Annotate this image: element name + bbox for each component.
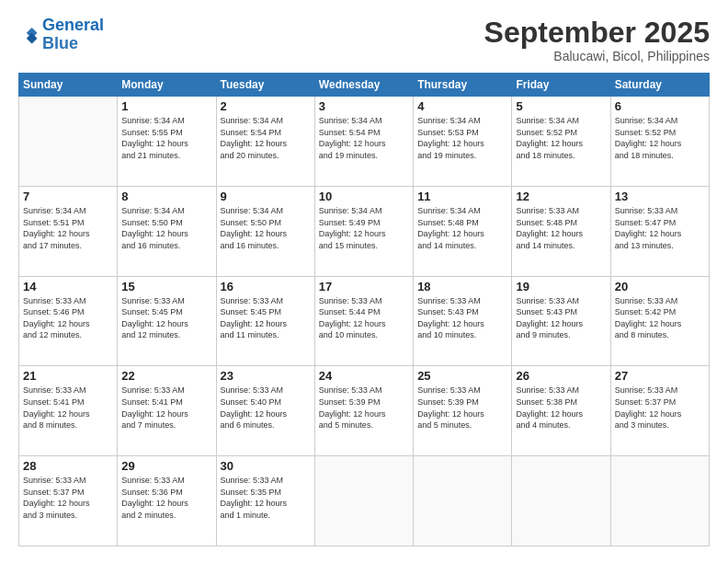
calendar-cell: 6Sunrise: 5:34 AM Sunset: 5:52 PM Daylig… — [610, 97, 709, 187]
day-info: Sunrise: 5:33 AM Sunset: 5:38 PM Dayligh… — [516, 385, 606, 431]
calendar-cell: 24Sunrise: 5:33 AM Sunset: 5:39 PM Dayli… — [314, 366, 413, 456]
day-info: Sunrise: 5:33 AM Sunset: 5:44 PM Dayligh… — [319, 295, 409, 341]
day-info: Sunrise: 5:34 AM Sunset: 5:49 PM Dayligh… — [319, 205, 409, 251]
day-info: Sunrise: 5:34 AM Sunset: 5:54 PM Dayligh… — [221, 115, 311, 161]
day-info: Sunrise: 5:33 AM Sunset: 5:35 PM Dayligh… — [221, 475, 311, 521]
day-number: 18 — [417, 280, 507, 293]
day-number: 12 — [516, 190, 606, 203]
day-number: 4 — [417, 99, 507, 113]
calendar-cell: 5Sunrise: 5:34 AM Sunset: 5:52 PM Daylig… — [512, 97, 610, 187]
day-number: 26 — [516, 369, 606, 383]
day-info: Sunrise: 5:33 AM Sunset: 5:40 PM Dayligh… — [221, 385, 311, 431]
page: General Blue September 2025 Balucawi, Bi… — [0, 0, 728, 563]
day-number: 19 — [516, 280, 606, 293]
header-thursday: Thursday — [414, 74, 512, 97]
calendar-week-3: 14Sunrise: 5:33 AM Sunset: 5:46 PM Dayli… — [19, 276, 710, 366]
calendar-cell: 1Sunrise: 5:34 AM Sunset: 5:55 PM Daylig… — [118, 97, 216, 187]
calendar-cell: 2Sunrise: 5:34 AM Sunset: 5:54 PM Daylig… — [216, 97, 314, 187]
day-number: 8 — [121, 190, 211, 203]
calendar-cell — [414, 456, 512, 546]
logo: General Blue — [18, 17, 104, 53]
calendar-cell: 21Sunrise: 5:33 AM Sunset: 5:41 PM Dayli… — [19, 366, 118, 456]
day-number: 17 — [319, 280, 409, 293]
calendar-cell — [610, 456, 709, 546]
day-number: 25 — [417, 369, 507, 383]
day-number: 13 — [615, 190, 705, 203]
calendar-cell: 15Sunrise: 5:33 AM Sunset: 5:45 PM Dayli… — [118, 276, 216, 366]
day-info: Sunrise: 5:34 AM Sunset: 5:48 PM Dayligh… — [417, 205, 507, 251]
logo-general: General — [42, 16, 104, 34]
calendar-cell: 8Sunrise: 5:34 AM Sunset: 5:50 PM Daylig… — [118, 186, 216, 276]
day-number: 20 — [615, 280, 705, 293]
day-info: Sunrise: 5:33 AM Sunset: 5:43 PM Dayligh… — [516, 295, 606, 341]
day-info: Sunrise: 5:33 AM Sunset: 5:46 PM Dayligh… — [23, 295, 113, 341]
day-number: 29 — [121, 459, 211, 473]
calendar-cell: 18Sunrise: 5:33 AM Sunset: 5:43 PM Dayli… — [414, 276, 512, 366]
day-number: 9 — [221, 190, 311, 203]
calendar-cell: 7Sunrise: 5:34 AM Sunset: 5:51 PM Daylig… — [19, 186, 118, 276]
day-info: Sunrise: 5:33 AM Sunset: 5:48 PM Dayligh… — [516, 205, 606, 251]
header-monday: Monday — [118, 74, 216, 97]
calendar-cell: 19Sunrise: 5:33 AM Sunset: 5:43 PM Dayli… — [512, 276, 610, 366]
day-number: 22 — [121, 369, 211, 383]
calendar-cell: 30Sunrise: 5:33 AM Sunset: 5:35 PM Dayli… — [216, 456, 314, 546]
day-number: 11 — [417, 190, 507, 203]
calendar-cell: 13Sunrise: 5:33 AM Sunset: 5:47 PM Dayli… — [610, 186, 709, 276]
day-info: Sunrise: 5:34 AM Sunset: 5:52 PM Dayligh… — [615, 115, 705, 161]
calendar-table: Sunday Monday Tuesday Wednesday Thursday… — [18, 73, 710, 546]
day-number: 14 — [23, 280, 113, 293]
calendar-week-5: 28Sunrise: 5:33 AM Sunset: 5:37 PM Dayli… — [19, 456, 710, 546]
calendar-cell: 28Sunrise: 5:33 AM Sunset: 5:37 PM Dayli… — [19, 456, 118, 546]
day-info: Sunrise: 5:33 AM Sunset: 5:47 PM Dayligh… — [615, 205, 705, 251]
day-number: 2 — [221, 99, 311, 113]
calendar-cell: 14Sunrise: 5:33 AM Sunset: 5:46 PM Dayli… — [19, 276, 118, 366]
logo-icon — [18, 25, 39, 45]
day-number: 23 — [221, 369, 311, 383]
calendar-cell: 9Sunrise: 5:34 AM Sunset: 5:50 PM Daylig… — [216, 186, 314, 276]
day-number: 16 — [221, 280, 311, 293]
calendar-cell: 16Sunrise: 5:33 AM Sunset: 5:45 PM Dayli… — [216, 276, 314, 366]
calendar-cell: 26Sunrise: 5:33 AM Sunset: 5:38 PM Dayli… — [512, 366, 610, 456]
calendar-cell: 29Sunrise: 5:33 AM Sunset: 5:36 PM Dayli… — [118, 456, 216, 546]
calendar-cell: 20Sunrise: 5:33 AM Sunset: 5:42 PM Dayli… — [610, 276, 709, 366]
day-info: Sunrise: 5:33 AM Sunset: 5:42 PM Dayligh… — [615, 295, 705, 341]
day-number: 24 — [319, 369, 409, 383]
day-number: 27 — [615, 369, 705, 383]
calendar-cell: 27Sunrise: 5:33 AM Sunset: 5:37 PM Dayli… — [610, 366, 709, 456]
day-info: Sunrise: 5:34 AM Sunset: 5:50 PM Dayligh… — [221, 205, 311, 251]
day-number: 30 — [221, 459, 311, 473]
day-number: 10 — [319, 190, 409, 203]
day-info: Sunrise: 5:33 AM Sunset: 5:45 PM Dayligh… — [121, 295, 211, 341]
logo-blue: Blue — [42, 34, 78, 52]
calendar-cell: 4Sunrise: 5:34 AM Sunset: 5:53 PM Daylig… — [414, 97, 512, 187]
day-info: Sunrise: 5:33 AM Sunset: 5:41 PM Dayligh… — [23, 385, 113, 431]
calendar-cell: 11Sunrise: 5:34 AM Sunset: 5:48 PM Dayli… — [414, 186, 512, 276]
header: General Blue September 2025 Balucawi, Bi… — [18, 17, 710, 63]
day-info: Sunrise: 5:33 AM Sunset: 5:43 PM Dayligh… — [417, 295, 507, 341]
day-info: Sunrise: 5:34 AM Sunset: 5:52 PM Dayligh… — [516, 115, 606, 161]
location-subtitle: Balucawi, Bicol, Philippines — [484, 49, 710, 63]
day-number: 7 — [23, 190, 113, 203]
calendar-cell: 12Sunrise: 5:33 AM Sunset: 5:48 PM Dayli… — [512, 186, 610, 276]
title-area: September 2025 Balucawi, Bicol, Philippi… — [484, 17, 710, 63]
header-wednesday: Wednesday — [314, 74, 413, 97]
header-saturday: Saturday — [610, 74, 709, 97]
day-info: Sunrise: 5:34 AM Sunset: 5:55 PM Dayligh… — [121, 115, 211, 161]
calendar-cell: 23Sunrise: 5:33 AM Sunset: 5:40 PM Dayli… — [216, 366, 314, 456]
day-number: 5 — [516, 99, 606, 113]
weekday-header-row: Sunday Monday Tuesday Wednesday Thursday… — [19, 74, 710, 97]
day-info: Sunrise: 5:34 AM Sunset: 5:50 PM Dayligh… — [121, 205, 211, 251]
day-info: Sunrise: 5:33 AM Sunset: 5:37 PM Dayligh… — [23, 475, 113, 521]
day-number: 3 — [319, 99, 409, 113]
calendar-cell: 17Sunrise: 5:33 AM Sunset: 5:44 PM Dayli… — [314, 276, 413, 366]
calendar-cell: 22Sunrise: 5:33 AM Sunset: 5:41 PM Dayli… — [118, 366, 216, 456]
calendar-week-4: 21Sunrise: 5:33 AM Sunset: 5:41 PM Dayli… — [19, 366, 710, 456]
day-info: Sunrise: 5:33 AM Sunset: 5:41 PM Dayligh… — [121, 385, 211, 431]
day-info: Sunrise: 5:33 AM Sunset: 5:39 PM Dayligh… — [417, 385, 507, 431]
month-title: September 2025 — [484, 17, 710, 49]
day-info: Sunrise: 5:34 AM Sunset: 5:51 PM Dayligh… — [23, 205, 113, 251]
day-number: 15 — [121, 280, 211, 293]
day-info: Sunrise: 5:33 AM Sunset: 5:39 PM Dayligh… — [319, 385, 409, 431]
calendar-cell: 3Sunrise: 5:34 AM Sunset: 5:54 PM Daylig… — [314, 97, 413, 187]
calendar-week-2: 7Sunrise: 5:34 AM Sunset: 5:51 PM Daylig… — [19, 186, 710, 276]
